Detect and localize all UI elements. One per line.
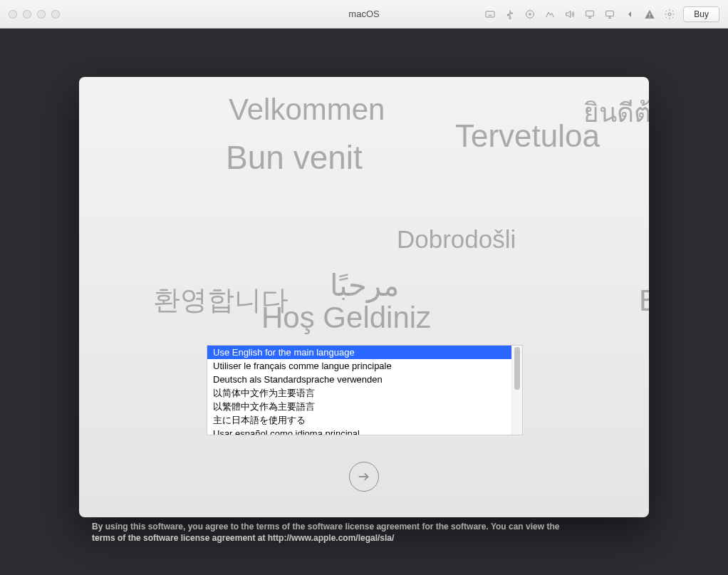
warning-icon[interactable] bbox=[643, 8, 656, 21]
input-menu-icon[interactable] bbox=[484, 8, 496, 21]
display-b-icon[interactable] bbox=[603, 8, 616, 21]
svg-rect-18 bbox=[650, 13, 650, 15]
language-option[interactable]: 主に日本語を使用する bbox=[207, 413, 511, 427]
svg-rect-15 bbox=[606, 11, 614, 16]
language-option[interactable]: Deutsch als Standardsprache verwenden bbox=[207, 373, 511, 386]
svg-point-20 bbox=[668, 13, 671, 16]
language-option[interactable]: Usar español como idioma principal bbox=[207, 427, 511, 435]
language-list-box: Use English for the main languageUtilise… bbox=[207, 345, 523, 435]
usb-icon[interactable] bbox=[504, 8, 516, 21]
language-scrollbar[interactable] bbox=[511, 346, 522, 435]
disc-icon[interactable] bbox=[524, 8, 536, 21]
license-agreement-text: By using this software, you agree to the… bbox=[79, 522, 649, 544]
welcome-word-cloud: Velkommenยินดีต้อTervetuloaBun venitDobr… bbox=[79, 77, 649, 517]
buy-button[interactable]: Buy bbox=[683, 6, 719, 22]
svg-point-10 bbox=[526, 10, 534, 18]
gear-icon[interactable] bbox=[663, 8, 676, 21]
display-a-icon[interactable] bbox=[583, 8, 596, 21]
welcome-greeting: Bun venit bbox=[226, 138, 363, 177]
svg-rect-9 bbox=[508, 14, 509, 16]
language-option[interactable]: 以简体中文作为主要语言 bbox=[207, 386, 511, 400]
zoom-light[interactable] bbox=[37, 10, 46, 19]
minimize-light[interactable] bbox=[23, 10, 31, 19]
svg-rect-0 bbox=[486, 11, 494, 17]
back-icon[interactable] bbox=[623, 8, 636, 21]
volume-icon[interactable] bbox=[563, 8, 576, 21]
welcome-greeting: Dobrodošli bbox=[397, 225, 516, 254]
svg-rect-12 bbox=[586, 11, 594, 16]
svg-rect-19 bbox=[650, 16, 650, 17]
welcome-greeting: مرحبًا bbox=[330, 268, 400, 303]
close-light[interactable] bbox=[9, 10, 17, 19]
traffic-lights bbox=[9, 10, 60, 19]
setup-assistant-window: Velkommenยินดีต้อTervetuloaBun venitDobr… bbox=[79, 77, 649, 517]
continue-button[interactable] bbox=[349, 462, 379, 492]
welcome-greeting: Hoş Geldiniz bbox=[261, 301, 431, 335]
network-inspector-icon[interactable] bbox=[544, 8, 556, 21]
language-option[interactable]: Use English for the main language bbox=[207, 346, 511, 359]
language-scroll-thumb[interactable] bbox=[514, 347, 520, 390]
svg-point-7 bbox=[509, 17, 511, 19]
arrow-right-icon bbox=[356, 469, 372, 485]
vm-stage: Velkommenยินดีต้อTervetuloaBun venitDobr… bbox=[0, 29, 728, 575]
welcome-greeting: Tervetuloa bbox=[455, 118, 600, 154]
svg-point-11 bbox=[529, 13, 531, 15]
sla-line-1: By using this software, you agree to the… bbox=[92, 522, 636, 533]
toolbar-right: Buy bbox=[484, 6, 719, 22]
extra-light bbox=[51, 10, 60, 19]
language-option[interactable]: 以繁體中文作為主要語言 bbox=[207, 400, 511, 413]
language-option[interactable]: Utiliser le français comme langue princi… bbox=[207, 359, 511, 373]
language-list[interactable]: Use English for the main languageUtilise… bbox=[207, 346, 511, 435]
vm-titlebar: macOS Buy bbox=[0, 0, 728, 29]
welcome-greeting: Velkommen bbox=[229, 93, 385, 127]
sla-line-2: terms of the software license agreement … bbox=[92, 533, 636, 544]
welcome-greeting: E bbox=[639, 284, 649, 318]
